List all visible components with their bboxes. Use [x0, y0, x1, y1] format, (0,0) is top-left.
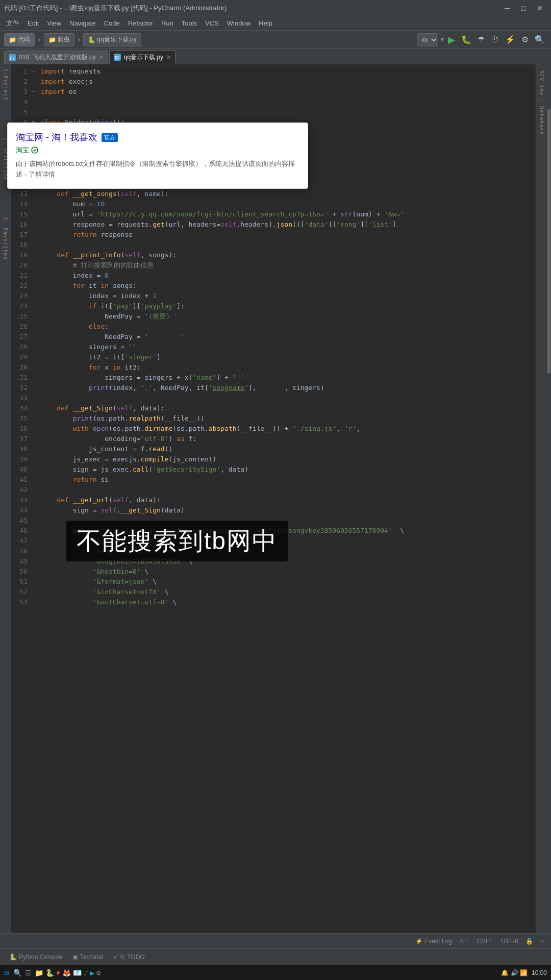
code-line-27: NeedPay = ' ': [41, 332, 536, 342]
todo-tab[interactable]: ✓ 6: TODO: [108, 951, 150, 963]
tab-qq-music[interactable]: py qq音乐下载.py ✕: [109, 51, 176, 64]
tray-icons: 🔔 🔊 📶: [501, 969, 528, 976]
search-button[interactable]: 🔍: [533, 34, 547, 45]
code-line-14: num = 10: [41, 199, 536, 209]
popup-source: 淘宝: [16, 145, 299, 155]
vertical-scrollbar[interactable]: [547, 64, 551, 947]
menu-navigate[interactable]: Navigate: [65, 18, 99, 28]
overlay-annotation-text: 不能搜索到tb网中: [66, 521, 288, 561]
database-panel-label[interactable]: Database: [538, 104, 545, 137]
status-event-log[interactable]: ⚡ Event Log: [412, 938, 455, 945]
code-line-24: if it['pay']['payplay']:: [41, 301, 536, 311]
menu-refactor[interactable]: Refactor: [124, 18, 157, 28]
status-encoding[interactable]: UTF-8: [498, 938, 521, 945]
taskbar-app-8[interactable]: ⚙: [96, 969, 101, 977]
code-line-19: def __print_info(self, songs):: [41, 250, 536, 260]
menu-edit[interactable]: Edit: [23, 18, 43, 28]
line-numbers: 12345 678910 1112131415 1617181920 21222…: [11, 64, 31, 947]
popup-description: 由于该网站的robots.txt文件存在限制指令（限制搜索引擎抓取），系统无法提…: [16, 159, 299, 180]
coverage-button[interactable]: ☂: [475, 34, 487, 45]
right-sidebar: SCV iew Database: [536, 64, 547, 947]
tab-flight-game[interactable]: py 010. 飞机大战重开游戏版.py ✕: [4, 51, 108, 64]
code-line-52: '&inCharset=utf8' \: [41, 587, 536, 597]
run-config-selector[interactable]: xx: [417, 33, 438, 46]
code-line-31: singers = singers + x['name'] + ' ': [41, 373, 536, 383]
code-editor[interactable]: import requests import execjs import os …: [39, 64, 536, 947]
code-line-34: def __get_Sign(self, data):: [41, 403, 536, 413]
code-line-36: with open(os.path.dirname(os.path.abspat…: [41, 424, 536, 434]
windows-icon[interactable]: ⊞: [4, 968, 9, 977]
code-line-32: print(index, '.', NeedPay, it['songname'…: [41, 383, 536, 393]
terminal-tab[interactable]: ▣ Terminal: [67, 951, 108, 963]
terminal-label: Terminal: [80, 953, 103, 961]
breadcrumb-pawChong[interactable]: 📁 爬虫: [44, 33, 74, 46]
popup-title-link[interactable]: 淘宝网 - 淘！我喜欢 官方: [16, 131, 299, 143]
file-tabs: py 010. 飞机大战重开游戏版.py ✕ py qq音乐下载.py ✕: [0, 49, 551, 64]
code-line-50: '&hostUin=0' \: [41, 567, 536, 577]
code-line-30: for x in it2:: [41, 362, 536, 373]
menu-window[interactable]: Window: [223, 18, 255, 28]
python-console-tab[interactable]: 🐍 Python Console: [4, 951, 67, 963]
code-line-21: index = 0: [41, 271, 536, 281]
menu-run[interactable]: Run: [157, 18, 178, 28]
tab-label-qq: qq音乐下载.py: [124, 53, 163, 62]
project-panel-label[interactable]: 1:Project: [2, 66, 9, 103]
settings-button[interactable]: ⚙: [519, 34, 531, 45]
breadcrumb-file[interactable]: 🐍 qq音乐下载.py: [83, 33, 141, 46]
code-line-13: def __get_songs(self, name):: [41, 189, 536, 199]
popup-title-text[interactable]: 淘宝网 - 淘！我喜欢: [16, 131, 97, 143]
tab-close-flight[interactable]: ✕: [99, 54, 104, 61]
status-crlf[interactable]: CRLF: [474, 938, 496, 945]
status-line-col[interactable]: 5:1: [457, 938, 472, 945]
code-line-29: it2 = it['singer']: [41, 352, 536, 362]
code-line-1: import requests: [41, 66, 536, 77]
breadcrumb-daiMa[interactable]: 📁 代码: [4, 33, 35, 46]
code-line-15: url = 'https://c.y.qq.com/soso/fcgi-bin/…: [41, 209, 536, 219]
concurrency-button[interactable]: ⚡: [503, 34, 517, 45]
run-button[interactable]: ▶: [446, 33, 457, 46]
python-console-icon: 🐍: [9, 953, 17, 961]
code-line-17: return response: [41, 230, 536, 240]
tab-close-qq[interactable]: ✕: [166, 54, 171, 61]
taskbar-app-6[interactable]: ♪: [84, 969, 88, 977]
gutter: ─ ─ ▼: [31, 64, 39, 947]
menu-vcs[interactable]: VCS: [201, 18, 223, 28]
taskbar-app-3[interactable]: ♦: [56, 969, 60, 977]
menu-tools[interactable]: Tools: [178, 18, 201, 28]
profile-button[interactable]: ⏱: [489, 34, 501, 45]
maximize-button[interactable]: □: [516, 3, 531, 13]
taskbar-app-7[interactable]: ▶: [90, 969, 94, 977]
tab-label-flight: 010. 飞机大战重开游戏版.py: [19, 53, 96, 62]
menu-help[interactable]: Help: [255, 18, 277, 28]
taskbar: ⊞ 🔍 ☰ 📁 🐍 ♦ 🦊 📧 ♪ ▶ ⚙ 🔔 🔊 📶 10:00: [0, 965, 551, 980]
code-line-18: [41, 240, 536, 250]
scview-panel-label[interactable]: SCV iew: [538, 68, 545, 97]
official-badge: 官方: [102, 133, 118, 142]
taskbar-app-5[interactable]: 📧: [73, 969, 82, 977]
code-line-4: [41, 97, 536, 107]
search-result-popup: 淘宝网 - 淘！我喜欢 官方 淘宝 由于该网站的robots.txt文件存在限制…: [7, 122, 308, 189]
toolbar: 📁 代码 › 📁 爬虫 › 🐍 qq音乐下载.py xx ▼ ▶ 🐛 ☂ ⏱ ⚡…: [0, 31, 551, 49]
taskbar-app-2[interactable]: 🐍: [45, 969, 54, 977]
menu-file[interactable]: 文件: [2, 18, 23, 29]
menu-view[interactable]: View: [43, 18, 65, 28]
code-line-37: encoding='utf-8') as f:: [41, 434, 536, 444]
menu-bar: 文件 Edit View Navigate Code Refactor Run …: [0, 16, 551, 31]
code-line-23: index = index + 1: [41, 291, 536, 301]
taskbar-app-1[interactable]: 📁: [35, 969, 43, 977]
taskbar-app-4[interactable]: 🦊: [62, 969, 71, 977]
code-line-38: js_content = f.read(): [41, 444, 536, 454]
taskview-icon[interactable]: ☰: [25, 969, 32, 977]
minimize-button[interactable]: ─: [500, 3, 514, 13]
window-controls: ─ □ ✕: [500, 3, 547, 13]
code-line-5: [41, 107, 536, 117]
menu-code[interactable]: Code: [100, 18, 124, 28]
taskbar-search[interactable]: 🔍: [13, 969, 22, 977]
todo-icon: ✓: [113, 953, 118, 961]
favorites-panel-label[interactable]: 2: Favorites: [2, 215, 9, 262]
debug-button[interactable]: 🐛: [459, 34, 473, 45]
code-line-53: '&outCharset=utf-8' \: [41, 597, 536, 607]
close-button[interactable]: ✕: [533, 3, 547, 13]
code-line-44: sign = self.__get_Sign(data): [41, 505, 536, 516]
code-line-40: sign = js_exec.call('getSecuritySign', d…: [41, 464, 536, 475]
